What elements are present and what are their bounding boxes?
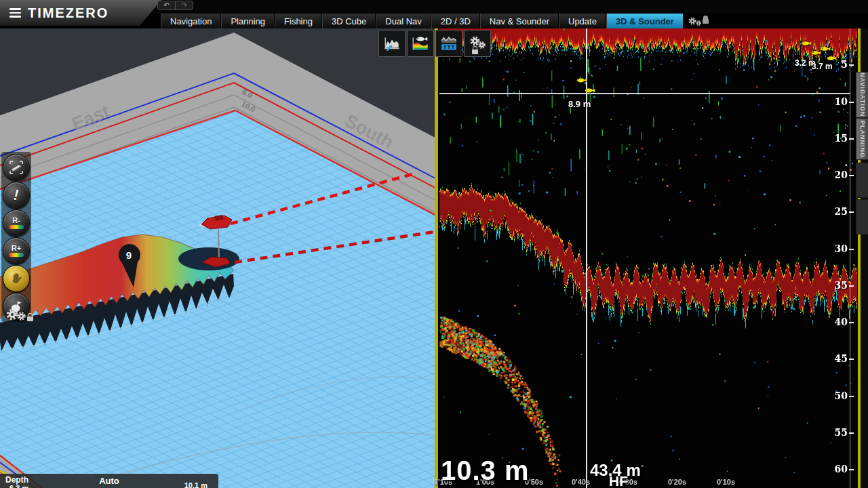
- fish-icon: [811, 50, 821, 56]
- workspace-config-button[interactable]: [684, 14, 713, 28]
- legend-min-depth: 6.3 m: [9, 484, 28, 488]
- range-in-button[interactable]: R+: [3, 237, 30, 264]
- bottom-lock-button[interactable]: [435, 30, 462, 57]
- event-button[interactable]: !: [3, 182, 30, 209]
- depth-tick-label: 25: [835, 206, 848, 217]
- waypoint-pin-label: 9: [126, 249, 132, 261]
- tab-3d-sounder[interactable]: 3D & Sounder: [606, 14, 684, 28]
- 3d-view[interactable]: East South 8.0 10.0: [0, 28, 435, 488]
- time-tick-label: 0'20s: [668, 478, 686, 486]
- bottom-lock-icon: [439, 34, 458, 53]
- side-tab-hidden[interactable]: [856, 199, 868, 235]
- crosshair-depth-label: 8.9 m: [568, 99, 591, 109]
- timezero-app: Navigation Planning Fishing 3D Cube Dual…: [0, 0, 868, 488]
- fish-finder-icon: [411, 34, 430, 53]
- app-logo: TIMEZERO: [0, 0, 161, 26]
- hamburger-menu-icon[interactable]: [9, 8, 21, 18]
- tab-2d-3d[interactable]: 2D / 3D: [431, 14, 480, 28]
- tab-dual-nav[interactable]: Dual Nav: [376, 14, 431, 28]
- boat-target-icon: [8, 159, 24, 176]
- current-depth-readout: 10.3 m: [441, 455, 530, 486]
- time-tick-label: 0'10s: [717, 478, 735, 486]
- crosshair-vertical-line: [586, 28, 587, 488]
- depth-legend: Depth Auto 6.3 m 10.1 m: [0, 474, 218, 488]
- range-plus-label: R+: [12, 245, 21, 252]
- depth-tick-label: 45: [835, 353, 848, 364]
- app-title: TIMEZERO: [28, 5, 108, 21]
- side-tab-planning[interactable]: PLANNING: [856, 118, 868, 160]
- fish-icon: [576, 77, 587, 83]
- redo-button[interactable]: ↷: [176, 1, 193, 9]
- depth-tick-label: 60: [835, 464, 848, 474]
- range-minus-label: R-: [12, 217, 20, 224]
- lock-icon: [703, 19, 709, 24]
- echo-history-button[interactable]: [378, 30, 406, 57]
- depth-tick-label: 5: [841, 59, 848, 70]
- tab-3d-cube[interactable]: 3D Cube: [322, 14, 376, 28]
- rainbow-icon: [9, 225, 24, 229]
- side-tab-navigation[interactable]: NAVIGATION: [856, 72, 868, 118]
- lock-icon: [27, 317, 33, 321]
- fish-depth-label: 3.7 m: [812, 62, 833, 71]
- depth-tick-label: 15: [835, 133, 848, 144]
- undo-redo-group: ↶ ↷: [157, 1, 193, 10]
- depth-tick-label: 30: [835, 243, 848, 254]
- fish-finder-button[interactable]: [407, 30, 434, 57]
- depth-tick-label: 55: [835, 427, 848, 438]
- tab-nav-sounder[interactable]: Nav & Sounder: [480, 14, 559, 28]
- fish-icon: [821, 46, 831, 52]
- gear-icon: [477, 41, 486, 49]
- side-tab-hidden[interactable]: [856, 163, 868, 198]
- fish-icon: [802, 41, 812, 46]
- pan-tool-button[interactable]: [3, 265, 30, 292]
- sounder-toolbar: [378, 30, 491, 57]
- undo-button[interactable]: ↶: [158, 1, 176, 9]
- legend-max-depth: 10.1 m: [184, 481, 208, 488]
- tab-update[interactable]: Update: [559, 14, 606, 28]
- tab-navigation[interactable]: Navigation: [161, 14, 221, 28]
- range-out-button[interactable]: R-: [3, 209, 30, 237]
- tab-planning[interactable]: Planning: [221, 14, 275, 28]
- rainbow-icon: [9, 253, 24, 257]
- boat-depth-pole: [218, 229, 219, 262]
- crosshair-horizontal-line: [439, 93, 850, 94]
- center-on-boat-button[interactable]: [3, 154, 30, 181]
- tab-fishing[interactable]: Fishing: [275, 14, 322, 28]
- sounder-settings-button[interactable]: [464, 30, 491, 57]
- gear-icon: [695, 20, 702, 26]
- 3d-chart-pane[interactable]: East South 8.0 10.0: [0, 28, 435, 488]
- chart-options-button[interactable]: [5, 308, 33, 321]
- frequency-badge: HF: [609, 473, 628, 488]
- echo-history-icon: [382, 34, 401, 53]
- hand-icon: [9, 271, 24, 286]
- depth-tick-label: 20: [835, 169, 848, 180]
- lock-icon: [472, 49, 478, 54]
- fish-icon: [827, 56, 837, 61]
- depth-scale: 51015202530354045505560: [818, 28, 853, 488]
- echogram-display[interactable]: [439, 28, 857, 488]
- depth-tick-label: 10: [835, 96, 848, 107]
- workspace-tabs: Navigation Planning Fishing 3D Cube Dual…: [161, 14, 713, 28]
- left-toolbar: ! R- R+: [1, 152, 31, 322]
- depth-tick-label: 50: [835, 390, 848, 401]
- time-tick-label: 0'40s: [572, 478, 590, 486]
- depth-tick-label: 35: [835, 280, 848, 291]
- gear-icon: [16, 311, 26, 321]
- depth-tick-label: 40: [835, 317, 848, 327]
- exclamation-icon: !: [12, 186, 20, 204]
- fish-icon: [585, 87, 595, 94]
